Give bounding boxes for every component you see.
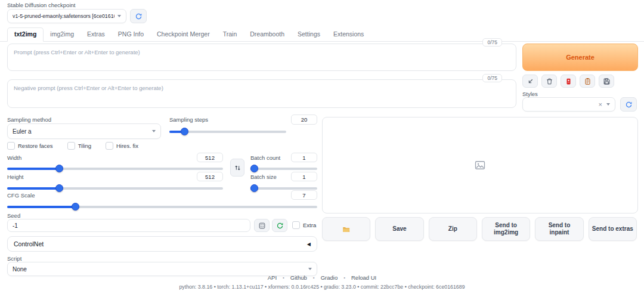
seed-input[interactable] (7, 219, 250, 232)
slider-handle[interactable] (181, 128, 188, 135)
dice-icon (258, 222, 266, 230)
width-input[interactable] (197, 153, 223, 162)
styles-label: Styles (522, 91, 538, 97)
send-to-img2img-button[interactable]: Send to img2img (482, 217, 530, 241)
tab-img2img[interactable]: img2img (44, 28, 80, 41)
output-gallery[interactable] (322, 117, 638, 214)
arrow-down-left-icon (527, 78, 534, 85)
txt2img-page: Stable Diffusion checkpoint v1-5-pruned-… (0, 0, 644, 297)
generate-button[interactable]: Generate (522, 44, 638, 71)
height-input[interactable] (197, 172, 223, 181)
footer-link-github[interactable]: Github (290, 274, 307, 281)
checkbox-label: Restore faces (18, 143, 53, 149)
slider-handle[interactable] (72, 203, 79, 211)
footer-separator: • (343, 275, 345, 280)
sampling-method-dropdown[interactable]: Euler a (7, 123, 161, 139)
accordion-collapse-icon: ◀ (307, 242, 311, 247)
prompt-tools-row (522, 75, 614, 88)
footer-link-reload-ui[interactable]: Reload UI (351, 274, 376, 281)
tab-train[interactable]: Train (216, 28, 244, 41)
tab-checkpoint-merger[interactable]: Checkpoint Merger (150, 28, 216, 41)
tab-dreambooth[interactable]: Dreambooth (243, 28, 291, 41)
refresh-checkpoints-button[interactable] (130, 9, 147, 23)
checkpoint-dropdown[interactable]: v1-5-pruned-emaonly.safetensors [6ce0161… (7, 9, 126, 23)
script-label: Script (7, 255, 21, 262)
checkbox-label: Hires. fix (116, 143, 138, 149)
refresh-icon (135, 13, 143, 20)
floppy-icon (603, 78, 611, 85)
send-to-extras-button[interactable]: Send to extras (589, 217, 637, 241)
refresh-icon (625, 101, 633, 109)
width-slider[interactable] (7, 165, 223, 172)
checkpoint-value: v1-5-pruned-emaonly.safetensors [6ce0161… (13, 13, 114, 19)
checkbox-box (67, 142, 75, 150)
tab-png-info[interactable]: PNG Info (112, 28, 150, 41)
tab-bar: txt2img img2img Extras PNG Info Checkpoi… (0, 27, 644, 42)
chevron-down-icon (606, 103, 610, 106)
extra-seed-checkbox[interactable]: Extra (292, 221, 316, 229)
chevron-down-icon (308, 268, 312, 270)
batch-count-label: Batch count (250, 154, 280, 161)
open-folder-button[interactable] (322, 217, 370, 241)
slider-handle[interactable] (250, 184, 258, 192)
chevron-down-icon (152, 130, 156, 132)
checkpoint-label: Stable Diffusion checkpoint (7, 2, 75, 8)
tab-extras[interactable]: Extras (80, 28, 112, 41)
footer-separator: • (283, 275, 284, 280)
image-placeholder-icon (474, 159, 486, 171)
negative-prompt-input[interactable] (7, 79, 516, 108)
checkbox-box (7, 142, 15, 150)
save-button[interactable]: Save (375, 217, 423, 241)
restore-faces-checkbox[interactable]: Restore faces (7, 142, 53, 150)
options-row: Restore faces Tiling Hires. fix (7, 142, 138, 150)
height-slider[interactable] (7, 184, 223, 192)
refresh-styles-button[interactable] (620, 97, 637, 112)
checkbox-box (106, 142, 113, 150)
prompt-container: 0/75 (7, 44, 516, 71)
tab-settings[interactable]: Settings (291, 28, 327, 41)
sampling-steps-slider[interactable] (169, 128, 286, 135)
prompt-token-counter: 0/75 (482, 38, 502, 47)
recycle-icon (276, 222, 284, 230)
controlnet-label: ControlNet (14, 240, 44, 248)
reuse-seed-button[interactable] (272, 219, 287, 232)
send-to-inpaint-button[interactable]: Send to inpaint (535, 217, 583, 241)
trash-icon (546, 78, 553, 85)
zip-button[interactable]: Zip (429, 217, 477, 241)
negative-prompt-token-counter: 0/75 (482, 74, 502, 82)
height-label: Height (7, 174, 23, 180)
folder-icon (342, 225, 351, 234)
paste-params-button[interactable] (522, 75, 538, 88)
controlnet-accordion[interactable]: ControlNet ◀ (7, 236, 317, 252)
extra-networks-button[interactable] (561, 75, 576, 88)
slider-handle[interactable] (55, 184, 63, 192)
save-style-button[interactable] (599, 75, 614, 88)
prompt-input[interactable] (7, 44, 516, 71)
apply-style-button[interactable] (580, 75, 595, 88)
negative-prompt-container: 0/75 (7, 79, 516, 108)
tab-txt2img[interactable]: txt2img (7, 27, 44, 42)
footer-separator: • (313, 275, 315, 280)
footer-link-gradio[interactable]: Gradio (321, 274, 338, 281)
sampling-steps-input[interactable] (291, 115, 317, 125)
styles-dropdown[interactable]: × (522, 97, 615, 112)
swap-dimensions-button[interactable] (230, 159, 244, 177)
tab-extensions[interactable]: Extensions (327, 28, 370, 41)
batch-size-input[interactable] (291, 172, 317, 181)
slider-handle[interactable] (250, 165, 258, 172)
footer-links: API•Github•Gradio•Reload UI (0, 274, 644, 281)
footer-link-api[interactable]: API (268, 274, 277, 281)
tiling-checkbox[interactable]: Tiling (67, 142, 91, 150)
cfg-scale-input[interactable] (291, 190, 317, 200)
clear-styles-icon[interactable]: × (599, 101, 602, 108)
cfg-scale-label: CFG Scale (7, 192, 35, 199)
checkbox-label: Extra (303, 222, 316, 228)
script-value: None (13, 266, 305, 273)
slider-handle[interactable] (55, 165, 63, 172)
random-seed-button[interactable] (254, 219, 270, 232)
batch-count-input[interactable] (291, 153, 317, 162)
clear-prompt-button[interactable] (541, 75, 557, 88)
hires-fix-checkbox[interactable]: Hires. fix (106, 142, 138, 150)
width-label: Width (7, 154, 21, 161)
cfg-scale-slider[interactable] (7, 203, 317, 211)
